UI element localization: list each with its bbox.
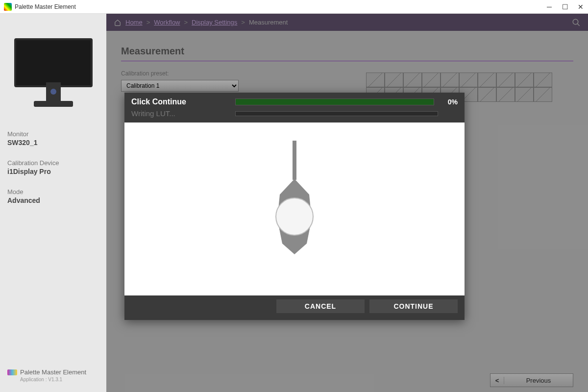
svg-rect-2: [293, 141, 296, 180]
close-button[interactable]: ✕: [577, 3, 584, 10]
cancel-button[interactable]: CANCEL: [276, 299, 365, 313]
progress-bar-secondary: [235, 111, 438, 116]
calibration-device-value: i1Display Pro: [7, 168, 99, 175]
modal-body: [124, 122, 465, 295]
sidebar: Monitor SW320_1 Calibration Device i1Dis…: [0, 14, 106, 392]
maximize-button[interactable]: ☐: [562, 3, 568, 10]
modal-title: Click Continue: [131, 98, 229, 106]
monitor-label: Monitor: [7, 130, 99, 138]
progress-fill: [236, 99, 434, 105]
svg-point-3: [276, 198, 313, 235]
app-icon: [4, 3, 12, 11]
footer-app-name: Palette Master Element: [20, 368, 86, 376]
colorimeter-device-icon: [260, 141, 329, 278]
footer-version: Application : V1.3.1: [20, 377, 99, 382]
calibration-modal: Click Continue 0% Writing LUT... CANCEL …: [124, 93, 465, 320]
footer-logo-icon: [7, 369, 17, 375]
progress-bar-primary: [235, 98, 434, 105]
monitor-value: SW320_1: [7, 139, 99, 147]
monitor-image: [9, 33, 98, 112]
minimize-button[interactable]: ─: [546, 3, 553, 10]
calibration-device-label: Calibration Device: [7, 159, 99, 167]
mode-label: Mode: [7, 188, 99, 196]
progress-percent: 0%: [440, 98, 458, 106]
window-title: Palette Master Element: [15, 3, 546, 10]
continue-button[interactable]: CONTINUE: [369, 299, 458, 313]
window-titlebar: Palette Master Element ─ ☐ ✕: [0, 0, 588, 14]
mode-value: Advanced: [7, 196, 99, 204]
modal-subtitle: Writing LUT...: [131, 109, 229, 118]
